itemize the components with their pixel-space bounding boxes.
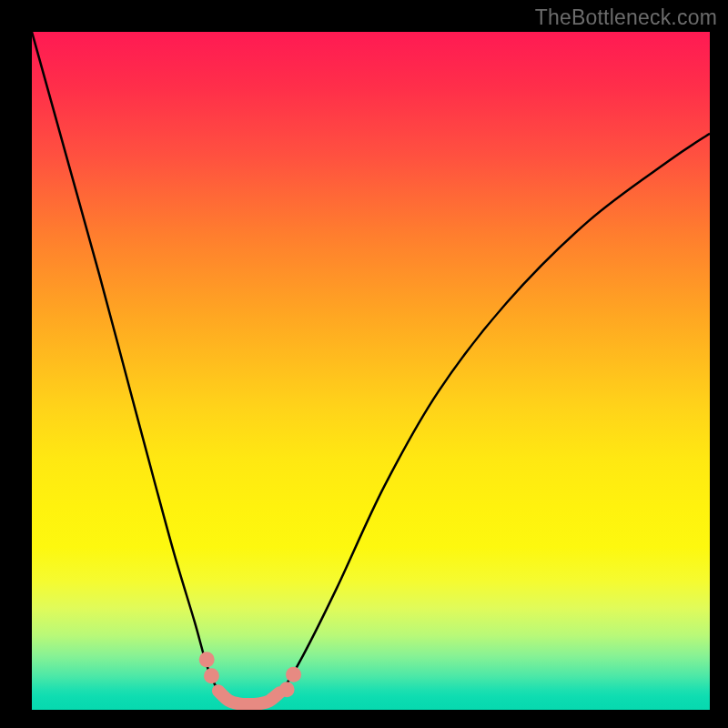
- chart-svg: [32, 32, 710, 710]
- right-dot-upper: [286, 667, 301, 682]
- left-dot-upper: [199, 652, 215, 667]
- chart-frame: TheBottleneck.com: [0, 0, 728, 728]
- left-dot-lower: [204, 668, 219, 683]
- right-dot-lower: [279, 682, 295, 697]
- bottleneck-curve: [32, 32, 710, 706]
- basin-stroke: [218, 691, 279, 704]
- watermark-text: TheBottleneck.com: [535, 5, 717, 30]
- plot-area: [32, 32, 710, 710]
